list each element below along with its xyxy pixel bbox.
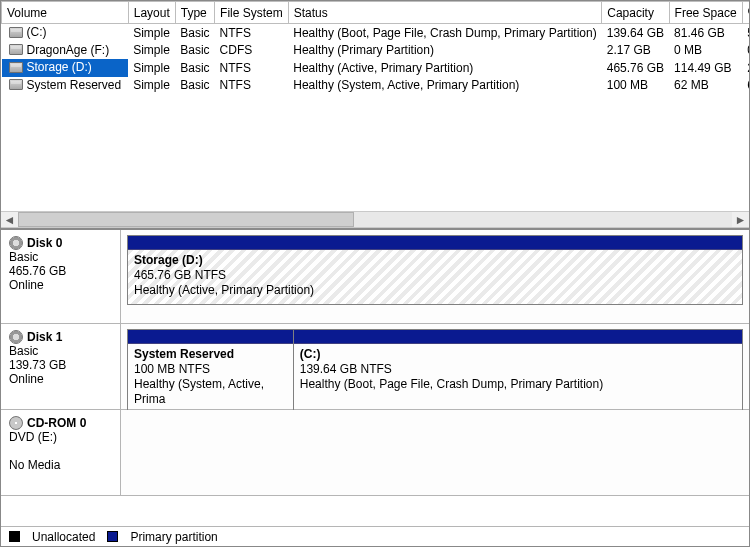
cell-fs: NTFS	[215, 77, 289, 95]
partition[interactable]: (C:)139.64 GB NTFSHealthy (Boot, Page Fi…	[294, 330, 742, 413]
cell-layout: Simple	[128, 24, 175, 42]
volume-icon	[9, 27, 23, 38]
legend-swatch-unallocated	[9, 531, 20, 542]
partition-text: (C:)139.64 GB NTFSHealthy (Boot, Page Fi…	[294, 344, 742, 398]
legend: Unallocated Primary partition	[1, 526, 749, 546]
disk-label[interactable]: CD-ROM 0DVD (E:)No Media	[1, 410, 121, 495]
cd-icon	[9, 416, 23, 430]
partition-text: Storage (D:)465.76 GB NTFSHealthy (Activ…	[128, 250, 742, 304]
disk-state: No Media	[9, 458, 112, 472]
cell-status: Healthy (Primary Partition)	[288, 42, 601, 60]
cell-type: Basic	[175, 77, 214, 95]
disk-body[interactable]: System Reserved100 MB NTFSHealthy (Syste…	[121, 324, 749, 409]
cell-pctfree: 25 %	[742, 59, 749, 77]
volume-row[interactable]: Storage (D:)SimpleBasicNTFSHealthy (Acti…	[2, 59, 750, 77]
partition[interactable]: System Reserved100 MB NTFSHealthy (Syste…	[128, 330, 294, 413]
partition-header-bar	[294, 330, 742, 344]
disk-row[interactable]: CD-ROM 0DVD (E:)No Media	[1, 410, 749, 496]
disk-state: Online	[9, 278, 112, 292]
cell-free: 81.46 GB	[669, 24, 742, 42]
disk-icon	[9, 236, 23, 250]
disk-title: Disk 1	[27, 330, 62, 344]
cell-pctfree: 58 %	[742, 24, 749, 42]
disk-row[interactable]: Disk 1Basic139.73 GBOnlineSystem Reserve…	[1, 324, 749, 410]
disk-layout-pane[interactable]: Disk 0Basic465.76 GBOnlineStorage (D:)46…	[1, 228, 749, 526]
legend-swatch-primary	[107, 531, 118, 542]
scroll-left-icon[interactable]: ◄	[1, 211, 18, 228]
scroll-thumb[interactable]	[18, 212, 354, 227]
col-free[interactable]: Free Space	[669, 2, 742, 24]
partition-status: Healthy (System, Active, Prima	[134, 377, 287, 407]
volume-name-cell[interactable]: DragonAge (F:)	[2, 42, 129, 60]
volume-name-cell[interactable]: Storage (D:)	[2, 59, 129, 77]
col-pctfree[interactable]: % Free	[742, 2, 749, 24]
cell-status: Healthy (Boot, Page File, Crash Dump, Pr…	[288, 24, 601, 42]
legend-label-unallocated: Unallocated	[32, 530, 95, 544]
col-capacity[interactable]: Capacity	[602, 2, 669, 24]
volume-name: (C:)	[27, 25, 47, 39]
disk-kind: DVD (E:)	[9, 430, 112, 444]
col-volume[interactable]: Volume	[2, 2, 129, 24]
scroll-track[interactable]	[18, 212, 732, 227]
partition-name: (C:)	[300, 347, 321, 361]
volume-table: Volume Layout Type File System Status Ca…	[1, 1, 749, 94]
volume-header-row[interactable]: Volume Layout Type File System Status Ca…	[2, 2, 750, 24]
disk-kind: Basic	[9, 250, 112, 264]
cell-layout: Simple	[128, 42, 175, 60]
cell-free: 62 MB	[669, 77, 742, 95]
volume-list[interactable]: Volume Layout Type File System Status Ca…	[1, 1, 749, 211]
disk-body[interactable]: Storage (D:)465.76 GB NTFSHealthy (Activ…	[121, 230, 749, 323]
volume-row[interactable]: (C:)SimpleBasicNTFSHealthy (Boot, Page F…	[2, 24, 750, 42]
partition-status: Healthy (Active, Primary Partition)	[134, 283, 736, 298]
cell-capacity: 465.76 GB	[602, 59, 669, 77]
cell-status: Healthy (Active, Primary Partition)	[288, 59, 601, 77]
partition-size: 100 MB NTFS	[134, 362, 287, 377]
disk-label[interactable]: Disk 0Basic465.76 GBOnline	[1, 230, 121, 323]
scroll-right-icon[interactable]: ►	[732, 211, 749, 228]
cell-fs: CDFS	[215, 42, 289, 60]
cell-status: Healthy (System, Active, Primary Partiti…	[288, 77, 601, 95]
cell-free: 114.49 GB	[669, 59, 742, 77]
volume-icon	[9, 79, 23, 90]
volume-row[interactable]: System ReservedSimpleBasicNTFSHealthy (S…	[2, 77, 750, 95]
cell-layout: Simple	[128, 59, 175, 77]
cell-free: 0 MB	[669, 42, 742, 60]
volume-name-cell[interactable]: (C:)	[2, 24, 129, 42]
col-layout[interactable]: Layout	[128, 2, 175, 24]
partition-name: Storage (D:)	[134, 253, 203, 267]
col-fs[interactable]: File System	[215, 2, 289, 24]
disk-row[interactable]: Disk 0Basic465.76 GBOnlineStorage (D:)46…	[1, 230, 749, 324]
disk-body[interactable]	[121, 410, 749, 495]
cell-pctfree: 62 %	[742, 77, 749, 95]
volume-name: DragonAge (F:)	[27, 43, 110, 57]
cell-type: Basic	[175, 42, 214, 60]
volume-name-cell[interactable]: System Reserved	[2, 77, 129, 95]
disk-state: Online	[9, 372, 112, 386]
partition-size: 139.64 GB NTFS	[300, 362, 736, 377]
cell-capacity: 2.17 GB	[602, 42, 669, 60]
disk-title: Disk 0	[27, 236, 62, 250]
partition-header-bar	[128, 330, 293, 344]
col-status[interactable]: Status	[288, 2, 601, 24]
horizontal-scrollbar[interactable]: ◄ ►	[1, 211, 749, 228]
partition-header-bar	[128, 236, 742, 250]
partition-text: System Reserved100 MB NTFSHealthy (Syste…	[128, 344, 293, 413]
cell-type: Basic	[175, 59, 214, 77]
disk-title: CD-ROM 0	[27, 416, 86, 430]
disk-label[interactable]: Disk 1Basic139.73 GBOnline	[1, 324, 121, 409]
cell-type: Basic	[175, 24, 214, 42]
volume-row[interactable]: DragonAge (F:)SimpleBasicCDFSHealthy (Pr…	[2, 42, 750, 60]
volume-name: Storage (D:)	[27, 60, 92, 74]
cell-layout: Simple	[128, 77, 175, 95]
partition-status: Healthy (Boot, Page File, Crash Dump, Pr…	[300, 377, 736, 392]
volume-icon	[9, 44, 23, 55]
partition-size: 465.76 GB NTFS	[134, 268, 736, 283]
col-type[interactable]: Type	[175, 2, 214, 24]
disk-size: 139.73 GB	[9, 358, 112, 372]
volume-icon	[9, 62, 23, 73]
disk-size: 465.76 GB	[9, 264, 112, 278]
disk-kind: Basic	[9, 344, 112, 358]
cell-fs: NTFS	[215, 24, 289, 42]
disk-icon	[9, 330, 23, 344]
partition[interactable]: Storage (D:)465.76 GB NTFSHealthy (Activ…	[128, 236, 742, 304]
